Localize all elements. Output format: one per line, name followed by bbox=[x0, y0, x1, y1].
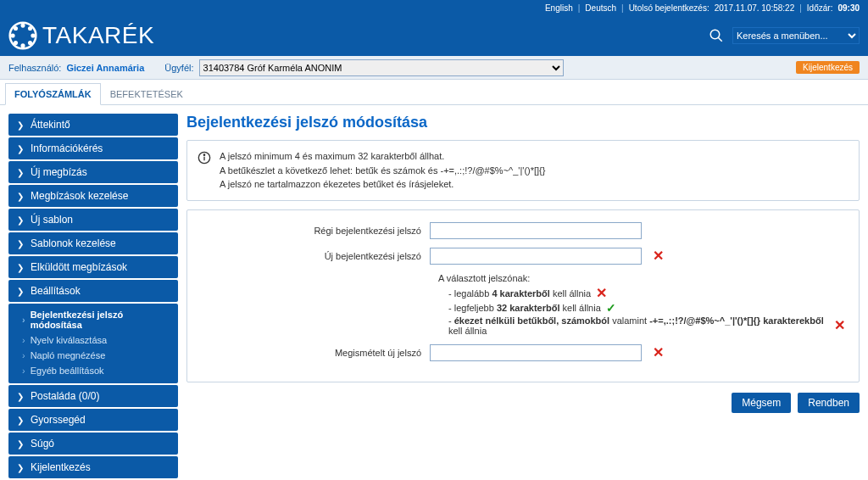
sidebar-item-uj-megbizas[interactable]: ❯Új megbízás bbox=[8, 161, 178, 183]
validation-rule-min: - legalább 4 karakterből kell állnia ✕ bbox=[448, 287, 845, 300]
tab-befektetesek[interactable]: BEFEKTETÉSEK bbox=[101, 83, 192, 104]
timeout-value: 09:30 bbox=[837, 3, 860, 13]
svg-point-1 bbox=[20, 24, 25, 28]
sidebar-item-sablonok-kezelese[interactable]: ❯Sablonok kezelése bbox=[8, 232, 178, 254]
svg-point-13 bbox=[203, 154, 204, 155]
top-utility-bar: English | Deutsch | Utolsó bejelentkezés… bbox=[0, 0, 868, 15]
info-icon bbox=[198, 151, 211, 165]
chevron-right-icon: ❯ bbox=[17, 392, 24, 401]
sidebar-item-label: Információkérés bbox=[31, 142, 103, 154]
svg-point-2 bbox=[20, 43, 25, 47]
sidebar-item-label: Súgó bbox=[31, 438, 54, 449]
sidebar-item-label: Beállítások bbox=[31, 285, 81, 297]
invalid-icon: ✕ bbox=[653, 346, 664, 360]
validation-rule-max: - legfeljebb 32 karakterből kell állnia … bbox=[448, 302, 845, 314]
invalid-icon: ✕ bbox=[653, 249, 664, 263]
repeat-password-input[interactable] bbox=[430, 344, 642, 361]
content-area: Bejelentkezési jelszó módosítása A jelsz… bbox=[186, 114, 860, 413]
sidebar-item-label: Sablonok kezelése bbox=[31, 237, 116, 249]
new-password-label: Új bejelentkezési jelszó bbox=[201, 251, 421, 261]
brand-header: TAKARÉK Keresés a menüben... bbox=[0, 15, 868, 56]
svg-point-4 bbox=[31, 33, 35, 37]
validation-title: A választott jelszónak: bbox=[438, 273, 845, 283]
sidebar-item-megbizasok-kezelese[interactable]: ❯Megbízások kezelése bbox=[8, 185, 178, 207]
sidebar-item-label: Áttekintő bbox=[31, 119, 70, 131]
info-line-3: A jelszó ne tartalmazzon ékezetes betűke… bbox=[220, 177, 545, 192]
repeat-password-label: Megismételt új jelszó bbox=[201, 348, 421, 358]
chevron-right-icon: ❯ bbox=[17, 215, 24, 225]
info-box: A jelszó minimum 4 és maximum 32 karakte… bbox=[186, 140, 860, 201]
chevron-right-icon: ❯ bbox=[17, 144, 24, 153]
chevron-right-icon: ❯ bbox=[17, 239, 24, 248]
page-title: Bejelentkezési jelszó módosítása bbox=[186, 114, 860, 131]
sidebar-item-sugo[interactable]: ❯Súgó bbox=[8, 433, 178, 455]
chevron-down-icon: ❯ bbox=[17, 287, 24, 296]
sidebar-item-label: Postaláda (0/0) bbox=[31, 390, 99, 402]
sidebar-item-kijelentkezes[interactable]: ❯Kijelentkezés bbox=[8, 456, 178, 478]
svg-point-5 bbox=[14, 26, 18, 31]
brand-mark-icon bbox=[8, 21, 37, 50]
invalid-icon: ✕ bbox=[834, 319, 845, 332]
cancel-button[interactable]: Mégsem bbox=[732, 393, 791, 413]
chevron-right-icon: ❯ bbox=[17, 168, 24, 177]
menu-search-select[interactable]: Keresés a menüben... bbox=[732, 27, 860, 44]
password-form: Régi bejelentkezési jelszó Új bejelentke… bbox=[186, 209, 860, 382]
svg-line-10 bbox=[718, 37, 722, 42]
sidebar-subitem-naplo[interactable]: Napló megnézése bbox=[8, 348, 178, 363]
sidebar-subitem-nyelv[interactable]: Nyelv kiválasztása bbox=[8, 332, 178, 348]
chevron-right-icon: ❯ bbox=[17, 439, 24, 449]
last-login-label: Utolsó bejelentkezés: bbox=[629, 3, 709, 13]
user-name: Giczei Annamária bbox=[66, 63, 144, 73]
valid-icon: ✓ bbox=[606, 302, 616, 314]
sidebar-item-attekinto[interactable]: ❯Áttekintő bbox=[8, 114, 178, 136]
sidebar-item-beallitasok[interactable]: ❯Beállítások bbox=[8, 280, 178, 302]
chevron-right-icon: ❯ bbox=[17, 120, 24, 130]
sidebar-item-gyorsseged[interactable]: ❯Gyorssegéd bbox=[8, 409, 178, 431]
svg-point-8 bbox=[28, 41, 32, 45]
user-bar: Felhasználó: Giczei Annamária Ügyfél: 31… bbox=[0, 56, 868, 80]
svg-point-7 bbox=[14, 41, 18, 45]
info-line-1: A jelszó minimum 4 és maximum 32 karakte… bbox=[220, 149, 545, 164]
ok-button[interactable]: Rendben bbox=[798, 393, 860, 413]
separator: | bbox=[578, 3, 581, 13]
sidebar-item-label: Új sablon bbox=[31, 214, 73, 226]
sidebar-item-label: Megbízások kezelése bbox=[31, 190, 128, 202]
main-tabs: FOLYÓSZÁMLÁK BEFEKTETÉSEK bbox=[0, 80, 868, 105]
user-label: Felhasználó: bbox=[8, 63, 61, 73]
sidebar-item-label: Gyorssegéd bbox=[31, 414, 86, 426]
invalid-icon: ✕ bbox=[596, 287, 607, 300]
sidebar-item-informaciokeres[interactable]: ❯Információkérés bbox=[8, 137, 178, 159]
chevron-right-icon: ❯ bbox=[17, 192, 24, 201]
info-line-2: A betűkészlet a következő lehet: betűk é… bbox=[220, 164, 545, 178]
main-layout: ❯Áttekintő ❯Információkérés ❯Új megbízás… bbox=[0, 105, 868, 480]
client-label: Ügyfél: bbox=[164, 63, 193, 73]
menu-search-area: Keresés a menüben... bbox=[709, 27, 860, 44]
tab-folyoszamlak[interactable]: FOLYÓSZÁMLÁK bbox=[5, 83, 101, 105]
brand-logo: TAKARÉK bbox=[8, 21, 154, 50]
chevron-right-icon: ❯ bbox=[17, 463, 24, 472]
sidebar-item-label: Elküldött megbízások bbox=[31, 261, 127, 273]
sidebar-subitem-egyeb[interactable]: Egyéb beállítások bbox=[8, 363, 178, 378]
client-select[interactable]: 31403784 Gróf Karméla ANONIM bbox=[199, 59, 564, 76]
sidebar-submenu-beallitasok: Bejelentkezési jelszó módosítása Nyelv k… bbox=[8, 304, 178, 383]
timeout-label: Időzár: bbox=[807, 3, 833, 13]
sidebar-item-uj-sablon[interactable]: ❯Új sablon bbox=[8, 209, 178, 231]
sidebar-item-elkuldott-megbizasok[interactable]: ❯Elküldött megbízások bbox=[8, 256, 178, 278]
svg-point-9 bbox=[710, 30, 720, 39]
brand-text: TAKARÉK bbox=[42, 22, 154, 49]
logout-button[interactable]: Kijelentkezés bbox=[796, 61, 860, 74]
new-password-input[interactable] bbox=[430, 248, 642, 265]
form-buttons: Mégsem Rendben bbox=[186, 382, 860, 413]
sidebar: ❯Áttekintő ❯Információkérés ❯Új megbízás… bbox=[8, 114, 178, 480]
chevron-right-icon: ❯ bbox=[17, 263, 24, 272]
sidebar-item-postalada[interactable]: ❯Postaláda (0/0) bbox=[8, 385, 178, 407]
lang-english-link[interactable]: English bbox=[545, 3, 573, 13]
old-password-input[interactable] bbox=[430, 222, 642, 239]
lang-deutsch-link[interactable]: Deutsch bbox=[585, 3, 616, 13]
search-icon[interactable] bbox=[709, 28, 724, 43]
sidebar-subitem-jelszo-modositasa[interactable]: Bejelentkezési jelszó módosítása bbox=[8, 307, 178, 332]
last-login-value: 2017.11.07. 10:58:22 bbox=[715, 3, 795, 13]
svg-point-3 bbox=[11, 33, 15, 37]
validation-rule-charset: - ékezet nélküli betűkből, számokból val… bbox=[448, 315, 845, 336]
chevron-right-icon: ❯ bbox=[17, 416, 24, 425]
